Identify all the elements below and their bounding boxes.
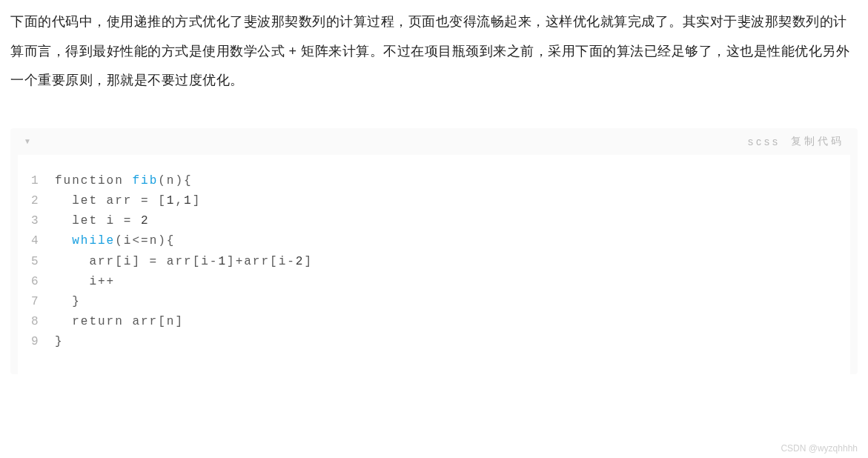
code-line: 9}	[31, 332, 837, 352]
line-number: 9	[31, 332, 55, 352]
line-content: return arr[n]	[55, 312, 184, 332]
code-line: 2 let arr = [1,1]	[31, 191, 837, 211]
line-content: i++	[55, 272, 115, 292]
line-content: arr[i] = arr[i-1]+arr[i-2]	[55, 252, 313, 272]
code-line: 6 i++	[31, 272, 837, 292]
line-number: 7	[31, 292, 55, 312]
line-number: 2	[31, 191, 55, 211]
code-lang-label: scss	[748, 136, 781, 147]
code-line: 3 let i = 2	[31, 211, 837, 231]
line-content: }	[55, 292, 81, 312]
line-number: 1	[31, 171, 55, 191]
code-body: 1function fib(n){2 let arr = [1,1]3 let …	[18, 155, 850, 375]
line-content: let arr = [1,1]	[55, 191, 201, 211]
description-paragraph: 下面的代码中，使用递推的方式优化了斐波那契数列的计算过程，页面也变得流畅起来，这…	[10, 7, 858, 96]
code-header: ▼ scss 复制代码	[10, 128, 858, 155]
code-line: 4 while(i<=n){	[31, 231, 837, 251]
line-content: while(i<=n){	[55, 231, 175, 251]
code-line: 5 arr[i] = arr[i-1]+arr[i-2]	[31, 252, 837, 272]
copy-code-button[interactable]: 复制代码	[791, 135, 844, 148]
line-number: 4	[31, 231, 55, 251]
line-content: let i = 2	[55, 211, 150, 231]
line-number: 5	[31, 252, 55, 272]
code-line: 8 return arr[n]	[31, 312, 837, 332]
code-line: 7 }	[31, 292, 837, 312]
line-number: 3	[31, 211, 55, 231]
code-header-right: scss 复制代码	[748, 135, 844, 148]
line-content: }	[55, 332, 64, 352]
watermark: CSDN @wyzqhhhh	[781, 443, 858, 454]
line-content: function fib(n){	[55, 171, 193, 191]
line-number: 6	[31, 272, 55, 292]
code-block: ▼ scss 复制代码 1function fib(n){2 let arr =…	[10, 128, 858, 375]
collapse-icon[interactable]: ▼	[24, 137, 31, 145]
code-line: 1function fib(n){	[31, 171, 837, 191]
line-number: 8	[31, 312, 55, 332]
